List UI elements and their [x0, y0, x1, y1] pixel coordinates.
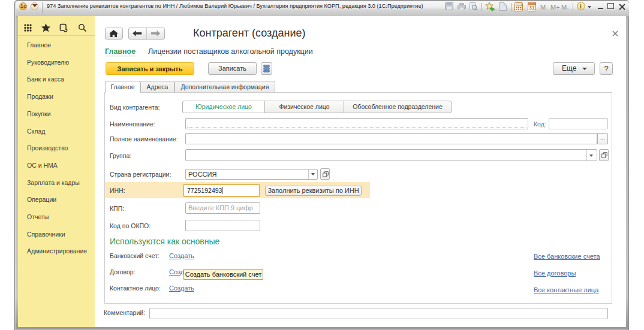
svg-text:31: 31: [529, 5, 535, 11]
